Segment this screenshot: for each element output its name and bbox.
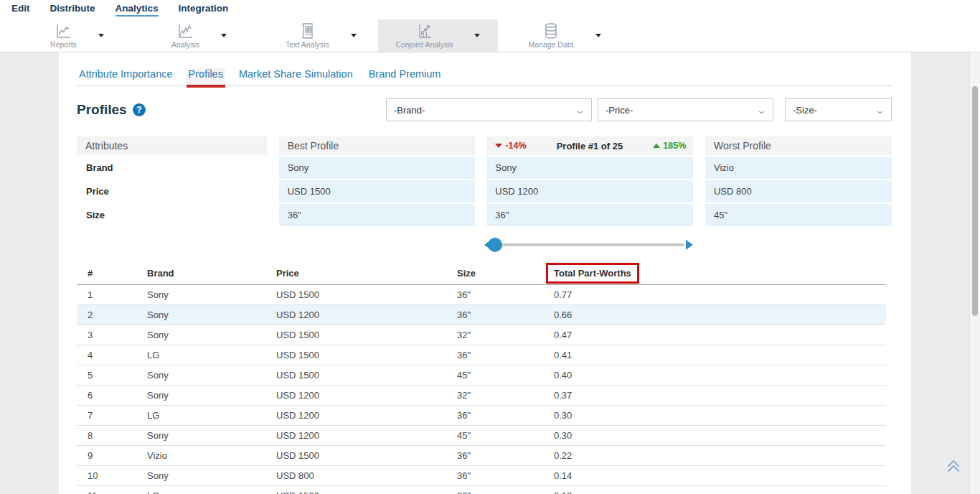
table-cell-price: USD 1200 <box>276 405 457 425</box>
table-cell-brand: Sony <box>147 385 276 405</box>
analytics-toolbar: Reports Analysis Text Analysis <box>0 19 980 52</box>
table-row[interactable]: 1SonyUSD 150036"0.77 <box>77 284 886 304</box>
best-profile-price: USD 1500 <box>279 180 475 202</box>
column-header-size[interactable]: Size <box>457 263 554 284</box>
table-cell-price: USD 1500 <box>276 485 457 494</box>
toolbar-item-label: Analysis <box>171 40 199 49</box>
size-filter-dropdown[interactable]: -Size- ⌄ <box>785 98 892 121</box>
tab-market-share-simulation[interactable]: Market Share Simulation <box>237 68 355 85</box>
toolbar-item-conjoint-analysis[interactable]: Conjoint Analysis <box>378 19 498 52</box>
current-profile-size: 36" <box>486 204 693 226</box>
menu-item-edit[interactable]: Edit <box>11 3 30 17</box>
slider-next-arrow-icon[interactable] <box>686 240 693 250</box>
table-cell-brand: Sony <box>147 365 276 385</box>
table-cell-size: 36" <box>457 345 554 365</box>
table-cell-total: 0.40 <box>554 365 886 385</box>
table-cell-num: 3 <box>77 325 147 345</box>
table-cell-total: 0.77 <box>554 284 886 304</box>
increase-badge: 185% <box>653 141 686 151</box>
table-row[interactable]: 10SonyUSD 80036"0.14 <box>77 465 886 485</box>
chevron-down-icon[interactable] <box>474 34 480 37</box>
table-row[interactable]: 2SonyUSD 120036"0.66 <box>77 304 886 325</box>
chevron-down-icon[interactable] <box>98 34 104 37</box>
help-icon[interactable]: ? <box>133 103 146 116</box>
toolbar-item-label: Conjoint Analysis <box>396 40 453 49</box>
table-cell-price: USD 1500 <box>276 365 457 385</box>
table-row[interactable]: 6SonyUSD 120032"0.37 <box>77 385 886 405</box>
column-header-price[interactable]: Price <box>276 263 457 284</box>
tab-profiles[interactable]: Profiles <box>187 68 225 85</box>
table-cell-size: 45" <box>457 425 554 445</box>
part-worths-table: # Brand Price Size Total Part-Worths 1So… <box>77 263 886 494</box>
table-cell-total: 0.30 <box>554 405 886 425</box>
worst-profile-size: 45" <box>705 204 892 226</box>
table-cell-num: 7 <box>77 405 147 425</box>
table-cell-num: 6 <box>77 385 147 405</box>
table-cell-total: 0.37 <box>554 385 886 405</box>
filter-bar: -Brand- ⌄ -Price- ⌄ -Size- ⌄ <box>386 98 892 121</box>
table-cell-size: 36" <box>457 304 554 325</box>
triangle-down-icon <box>495 144 502 148</box>
price-filter-dropdown[interactable]: -Price- ⌄ <box>598 98 773 121</box>
table-cell-price: USD 1200 <box>276 425 457 445</box>
brand-filter-dropdown[interactable]: -Brand- ⌄ <box>386 98 592 121</box>
table-cell-size: 45" <box>457 365 554 385</box>
double-chevron-up-icon <box>944 458 963 474</box>
trend-chart-icon <box>176 22 194 39</box>
table-cell-num: 1 <box>77 284 147 304</box>
toolbar-item-analysis[interactable]: Analysis <box>143 19 255 52</box>
scroll-to-top-button[interactable] <box>944 458 963 477</box>
tab-attribute-importance[interactable]: Attribute Importance <box>77 68 175 85</box>
profiles-table-body: 1SonyUSD 150036"0.772SonyUSD 120036"0.66… <box>77 284 886 494</box>
scrollbar-thumb[interactable] <box>972 86 978 316</box>
table-cell-total: 0.14 <box>554 465 886 485</box>
tab-brand-premium[interactable]: Brand Premium <box>367 68 443 85</box>
attribute-label-size: Size <box>77 204 267 226</box>
dropdown-value: -Size- <box>793 105 817 116</box>
table-cell-size: 36" <box>457 405 554 425</box>
attributes-header: Attributes <box>77 136 267 155</box>
menu-item-analytics[interactable]: Analytics <box>116 3 159 17</box>
column-header-num[interactable]: # <box>77 263 147 284</box>
slider-track[interactable] <box>488 243 684 246</box>
table-cell-price: USD 1200 <box>276 304 457 325</box>
best-profile-brand: Sony <box>279 157 475 179</box>
column-header-total-part-worths[interactable]: Total Part-Worths <box>554 263 886 284</box>
toolbar-item-label: Manage Data <box>528 40 573 49</box>
chevron-down-icon[interactable] <box>595 34 601 37</box>
chevron-down-icon[interactable] <box>351 34 357 37</box>
toolbar-item-reports[interactable]: Reports <box>22 19 133 52</box>
line-chart-icon <box>55 22 72 39</box>
table-cell-brand: Sony <box>147 425 276 445</box>
table-cell-price: USD 800 <box>276 465 457 485</box>
table-row[interactable]: 3SonyUSD 150032"0.47 <box>77 325 886 345</box>
annotation-box: Total Part-Worths <box>546 263 639 284</box>
best-profile-panel: Best Profile Sony USD 1500 36" <box>279 136 475 226</box>
table-cell-total: 0.30 <box>554 425 886 445</box>
table-row[interactable]: 9VizioUSD 150036"0.22 <box>77 445 886 465</box>
worst-profile-panel: Worst Profile Vizio USD 800 45" <box>705 136 892 226</box>
menu-item-distribute[interactable]: Distribute <box>50 3 95 17</box>
best-profile-header: Best Profile <box>279 136 475 155</box>
dropdown-value: -Brand- <box>394 105 425 116</box>
table-cell-price: USD 1500 <box>276 445 457 465</box>
toolbar-item-text-analysis[interactable]: Text Analysis <box>265 19 377 52</box>
table-cell-num: 5 <box>77 365 147 385</box>
table-row[interactable]: 11LGUSD 150032"0.12 <box>77 485 886 494</box>
table-cell-brand: LG <box>147 345 276 365</box>
dropdown-value: -Price- <box>606 105 633 116</box>
table-cell-brand: Vizio <box>147 445 276 465</box>
menu-item-integration[interactable]: Integration <box>179 3 229 17</box>
vertical-scrollbar[interactable] <box>969 52 980 494</box>
slider-handle[interactable] <box>488 238 502 252</box>
table-row[interactable]: 5SonyUSD 150045"0.40 <box>77 365 886 385</box>
toolbar-item-manage-data[interactable]: Manage Data <box>509 19 621 52</box>
table-row[interactable]: 7LGUSD 120036"0.30 <box>77 405 886 425</box>
chevron-down-icon: ⌄ <box>756 105 767 116</box>
column-header-brand[interactable]: Brand <box>147 263 276 284</box>
table-row[interactable]: 4LGUSD 150036"0.41 <box>77 345 886 365</box>
table-row[interactable]: 8SonyUSD 120045"0.30 <box>77 425 886 445</box>
chevron-down-icon[interactable] <box>221 34 227 37</box>
table-cell-num: 9 <box>77 445 147 465</box>
table-cell-brand: Sony <box>147 325 276 345</box>
